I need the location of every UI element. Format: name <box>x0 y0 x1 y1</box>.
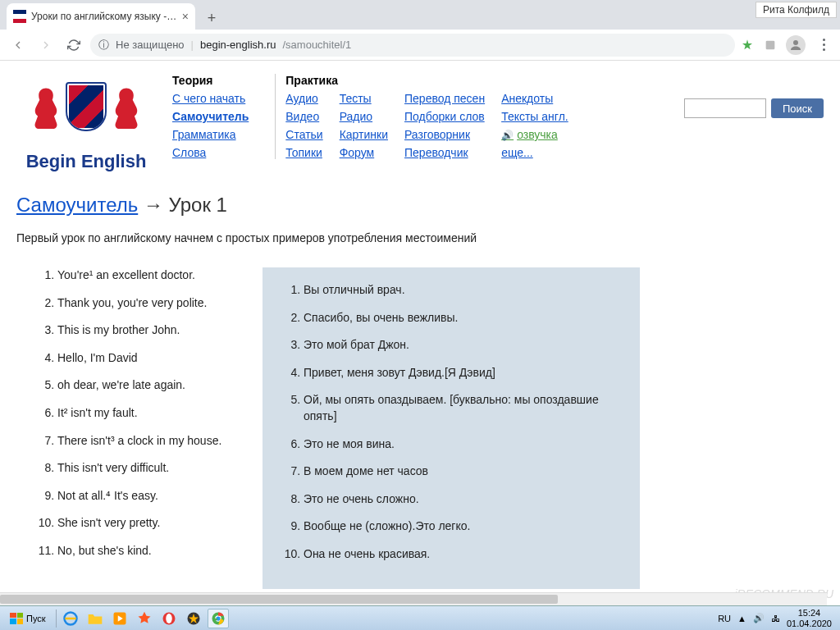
nav-link[interactable]: Радио <box>340 110 388 123</box>
windows-icon <box>10 613 23 624</box>
breadcrumb: Самоучитель → Урок 1 <box>16 194 824 217</box>
taskbar-aimp-icon[interactable] <box>183 609 204 628</box>
url-path: /samouchitel/1 <box>282 39 351 51</box>
nav-link[interactable]: еще... <box>501 146 568 159</box>
nav-link[interactable]: Самоучитель <box>172 110 249 123</box>
nav-link[interactable]: Переводчик <box>404 146 485 159</box>
tray-clock[interactable]: 15:24 01.04.2020 <box>787 608 832 628</box>
english-list: You're¹ an excellent doctor. Thank you, … <box>41 267 246 559</box>
svg-point-5 <box>166 614 172 623</box>
taskbar-ie-icon[interactable] <box>60 609 81 628</box>
nav-link[interactable]: Разговорник <box>404 128 485 141</box>
list-item: Это не моя вина. <box>304 436 628 453</box>
taskbar-explorer-icon[interactable] <box>84 609 106 628</box>
search-input[interactable] <box>684 98 766 118</box>
start-button[interactable]: Пуск <box>3 611 52 626</box>
nav-link[interactable]: Форум <box>340 146 388 159</box>
list-item: oh dear, we're late again. <box>57 377 246 394</box>
logo-text: Begin English <box>16 151 156 172</box>
list-item: Спасибо, вы очень вежливы. <box>304 310 628 326</box>
extension-icon[interactable] <box>740 38 755 52</box>
taskbar-chrome-icon[interactable] <box>208 609 229 628</box>
list-item: Thank you, you're very polite. <box>57 295 246 312</box>
browser-tab-bar: Уроки по английскому языку - Уро × + Рит… <box>0 0 840 30</box>
list-item: Вообще не (сложно).Это легко. <box>304 518 628 535</box>
russian-list: Вы отличный врач. Спасибо, вы очень вежл… <box>287 282 628 563</box>
svg-rect-0 <box>766 40 775 49</box>
tray-lang[interactable]: RU <box>718 614 731 623</box>
browser-toolbar: ⓘ Не защищено | begin-english.ru/samouch… <box>0 30 840 61</box>
breadcrumb-link[interactable]: Самоучитель <box>16 194 138 216</box>
site-logo[interactable]: Begin English <box>16 74 156 172</box>
profile-badge[interactable]: Рита Колфилд <box>756 2 837 18</box>
page-title: Урок 1 <box>169 194 227 216</box>
horizontal-scrollbar[interactable] <box>0 592 827 605</box>
search-button[interactable]: Поиск <box>771 98 824 118</box>
address-bar[interactable]: ⓘ Не защищено | begin-english.ru/samouch… <box>90 34 735 57</box>
list-item: It² isn't my fault. <box>57 405 246 422</box>
list-item: Она не очень красивая. <box>304 546 628 563</box>
nav-link[interactable]: Грамматика <box>172 128 249 141</box>
nav-link[interactable]: Подборки слов <box>404 110 485 123</box>
nav-link[interactable]: Перевод песен <box>404 92 485 105</box>
url-domain: begin-english.ru <box>200 39 276 51</box>
tray-volume-icon[interactable]: 🔊 <box>753 613 765 623</box>
close-tab-icon[interactable]: × <box>182 10 189 23</box>
nav-link[interactable]: Топики <box>285 146 322 159</box>
list-item: You're¹ an excellent doctor. <box>57 267 246 284</box>
browser-tab[interactable]: Уроки по английскому языку - Уро × <box>7 3 195 30</box>
nav-header-theory: Теория <box>172 74 249 87</box>
list-item: This is my brother John. <box>57 322 246 339</box>
taskbar-app-icon[interactable] <box>134 609 155 628</box>
nav-link[interactable]: Слова <box>172 146 249 159</box>
intro-text: Первый урок по английскому начнем с прос… <box>16 231 824 244</box>
tray-network-icon[interactable]: 🖧 <box>771 614 780 623</box>
tab-favicon <box>13 10 26 23</box>
nav-link[interactable]: Статьи <box>285 128 322 141</box>
extension-icon[interactable] <box>763 38 778 52</box>
list-item: Привет, меня зовут Дэвид.[Я Дэвид] <box>304 365 628 381</box>
list-item: Hello, I'm David <box>57 350 246 367</box>
nav-link[interactable]: Картинки <box>340 128 388 141</box>
tab-title: Уроки по английскому языку - Уро <box>31 11 177 22</box>
nav-link[interactable]: Аудио <box>285 92 322 105</box>
new-tab-button[interactable]: + <box>200 7 223 30</box>
list-item: No, but she's kind. <box>57 543 246 559</box>
user-avatar-icon[interactable] <box>786 35 806 55</box>
taskbar: Пуск RU ▲ 🔊 🖧 15:24 01.04.2020 <box>0 605 840 630</box>
nav-link[interactable]: Тексты англ. <box>501 110 568 123</box>
list-item: Вы отличный врач. <box>304 282 628 299</box>
browser-menu-icon[interactable] <box>814 39 833 51</box>
breadcrumb-arrow: → <box>144 194 163 216</box>
list-item: Это мой брат Джон. <box>304 337 628 354</box>
shield-icon <box>66 82 107 131</box>
list-item: This isn't very difficult. <box>57 460 246 477</box>
nav-link[interactable]: Анекдоты <box>501 92 568 105</box>
nav-link[interactable]: С чего начать <box>172 92 249 105</box>
nav-link-audio[interactable]: озвучка <box>501 128 568 141</box>
tray-expand-icon[interactable]: ▲ <box>737 614 746 623</box>
taskbar-media-icon[interactable] <box>109 609 130 628</box>
svg-point-1 <box>793 40 798 45</box>
security-status: Не защищено <box>116 39 185 51</box>
list-item: Это не очень сложно. <box>304 491 628 508</box>
nav-header-practice: Практика <box>285 74 568 87</box>
list-item: Ой, мы опять опаздываем. [буквально: мы … <box>304 392 628 424</box>
taskbar-opera-icon[interactable] <box>158 609 180 628</box>
info-icon[interactable]: ⓘ <box>98 38 109 52</box>
reload-button[interactable] <box>62 34 85 57</box>
list-item: There isn't³ a clock in my house. <box>57 433 246 450</box>
nav-link[interactable]: Тесты <box>340 92 388 105</box>
back-button[interactable] <box>7 34 30 57</box>
list-item: Not at all.⁴ It's easy. <box>57 488 246 504</box>
list-item: She isn't very pretty. <box>57 515 246 532</box>
list-item: В моем доме нет часов <box>304 463 628 480</box>
nav-link[interactable]: Видео <box>285 110 322 123</box>
forward-button[interactable] <box>34 34 57 57</box>
